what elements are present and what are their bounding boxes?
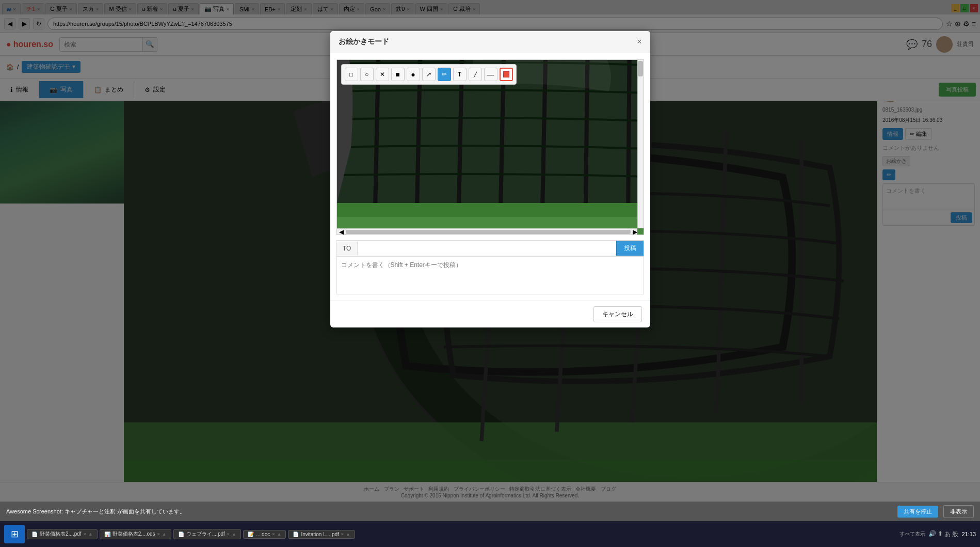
ellipse-tool-btn[interactable]: ●: [407, 68, 420, 81]
taskbar-item-doc[interactable]: 📝 ....doc × ▲: [243, 530, 286, 539]
modal-close-btn[interactable]: ×: [637, 38, 641, 46]
taskbar-item-pdf1[interactable]: 📄 野菜価格表2....pdf × ▲: [27, 529, 98, 539]
to-row: TO 投稿: [337, 241, 644, 256]
ods-icon: 📊: [104, 532, 110, 537]
comment-area: TO 投稿: [336, 240, 644, 294]
text-tool-btn[interactable]: T: [453, 68, 467, 81]
pencil-tool-btn[interactable]: ✏: [438, 68, 451, 81]
awesome-text: Awesome Screenshot: キャプチャーと注釈 が画面を共有していま…: [6, 508, 892, 515]
arrow-icon: ↗: [426, 71, 431, 78]
canvas-image-area[interactable]: [337, 60, 644, 235]
svg-rect-21: [424, 60, 459, 61]
ods-expand[interactable]: ▲: [162, 532, 167, 537]
doc-expand[interactable]: ▲: [277, 532, 281, 537]
horizontal-scrollbar[interactable]: ◀ ▶: [337, 228, 637, 235]
pdf1-expand[interactable]: ▲: [88, 532, 93, 537]
taskbar-clock: 21:13: [961, 531, 976, 537]
systray-icon3: あ: [944, 530, 951, 539]
post-btn[interactable]: 投稿: [616, 241, 644, 256]
eraser-icon: □: [349, 71, 353, 78]
to-input[interactable]: [358, 242, 616, 255]
start-btn[interactable]: ⊞: [4, 525, 25, 543]
pencil-icon: ✏: [442, 71, 447, 78]
taskbar: ⊞ 📄 野菜価格表2....pdf × ▲ 📊 野菜価格表2....ods × …: [0, 521, 980, 547]
systray-icon1: 🔊: [928, 530, 936, 539]
drawing-modal: お絵かきモード × □ ○: [330, 31, 650, 327]
svg-rect-20: [382, 60, 417, 62]
inv-close[interactable]: ×: [341, 532, 344, 537]
modal-title: お絵かきモード: [339, 37, 389, 46]
systray-icon4: 般: [952, 530, 958, 539]
drawing-toolbar: □ ○ ✕ ■ ●: [341, 64, 517, 85]
hide-btn[interactable]: 非表示: [943, 505, 974, 518]
systray-all-btn[interactable]: すべて表示: [899, 530, 925, 538]
modal-overlay: お絵かきモード × □ ○: [0, 0, 980, 547]
modal-body: □ ○ ✕ ■ ●: [330, 53, 650, 301]
delete-tool-btn[interactable]: ✕: [376, 68, 389, 81]
thick-line-btn[interactable]: —: [484, 68, 497, 81]
circle-icon: ○: [365, 71, 368, 78]
eraser-tool-btn[interactable]: □: [345, 68, 358, 81]
canvas-tire-svg: [337, 60, 644, 235]
taskbar-item-inv[interactable]: 📄 Invitation L....pdf × ▲: [288, 530, 355, 539]
share-stop-btn[interactable]: 共有を停止: [897, 506, 938, 518]
doc-icon: 📝: [248, 532, 254, 537]
web-close[interactable]: ×: [227, 532, 230, 537]
thin-line-btn[interactable]: ╱: [469, 68, 482, 81]
inv-icon: 📄: [293, 532, 299, 537]
circle-tool-btn[interactable]: ○: [360, 68, 374, 81]
ellipse-icon: ●: [411, 70, 415, 79]
color-red-btn[interactable]: [500, 68, 513, 81]
red-color-icon: [503, 71, 509, 77]
rect-tool-btn[interactable]: ■: [391, 68, 405, 81]
taskbar-item-ods[interactable]: 📊 野菜価格表2....ods × ▲: [100, 529, 171, 539]
modal-footer: キャンセル: [330, 301, 650, 327]
arrow-tool-btn[interactable]: ↗: [422, 68, 436, 81]
canvas-container[interactable]: □ ○ ✕ ■ ●: [336, 59, 644, 235]
pdf1-close[interactable]: ×: [84, 532, 86, 537]
svg-line-18: [628, 60, 630, 203]
to-label: TO: [337, 242, 358, 255]
thin-line-icon: ╱: [474, 72, 477, 77]
rect-icon: ■: [395, 70, 399, 79]
awesome-screenshot-bar: Awesome Screenshot: キャプチャーと注釈 が画面を共有していま…: [0, 502, 980, 521]
x-icon: ✕: [380, 71, 385, 78]
doc-close[interactable]: ×: [272, 532, 275, 537]
taskbar-item-web[interactable]: 📄 ウェブライ....pdf × ▲: [173, 529, 241, 539]
pdf-icon: 📄: [31, 532, 38, 537]
comment-textarea[interactable]: [337, 256, 644, 292]
cancel-btn[interactable]: キャンセル: [593, 306, 642, 322]
modal-header: お絵かきモード ×: [330, 31, 650, 53]
thick-line-icon: —: [487, 70, 494, 79]
text-icon: T: [458, 71, 461, 78]
web-expand[interactable]: ▲: [232, 532, 236, 537]
vertical-scrollbar[interactable]: [637, 60, 644, 228]
ods-close[interactable]: ×: [157, 532, 160, 537]
inv-expand[interactable]: ▲: [346, 532, 350, 537]
systray-icon2: ⬆: [938, 530, 943, 539]
web-pdf-icon: 📄: [178, 532, 184, 537]
